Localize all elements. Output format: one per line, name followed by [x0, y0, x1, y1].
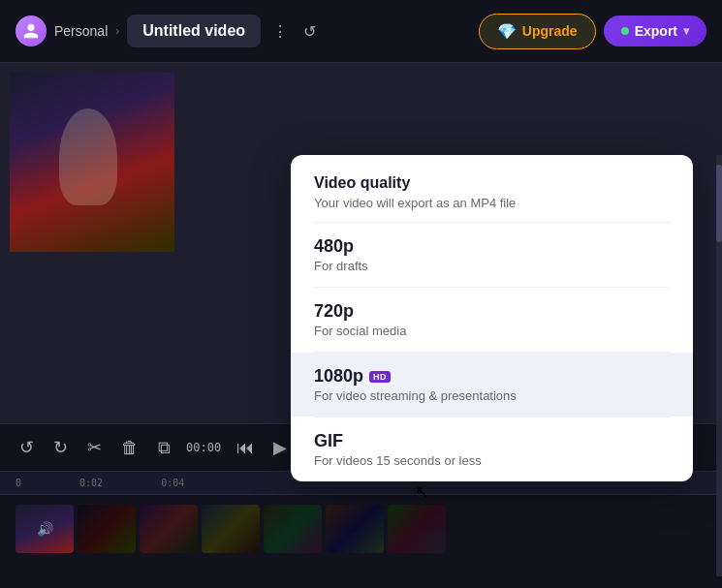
quality-label-480p: 480p [314, 236, 354, 257]
more-icon[interactable]: ⋮ [268, 18, 292, 45]
timeline: 0 0:02 0:04 [0, 472, 722, 588]
quality-option-gif[interactable]: GIF For videos 15 seconds or less [291, 418, 693, 481]
header-undo-icon[interactable]: ↺ [299, 18, 320, 45]
upgrade-label: Upgrade [522, 23, 578, 39]
main-area: ↺ ↻ ✂ 🗑 ⧉ 00:00 ⏮ ▶ 0 0:02 0:04 [0, 63, 722, 588]
quality-option-480p[interactable]: 480p For drafts [291, 223, 693, 287]
timeline-thumb-5 [326, 505, 384, 553]
dropdown-header: Video quality Your video will export as … [291, 155, 693, 222]
video-title: Untitled video [142, 22, 245, 40]
timeline-track[interactable] [0, 495, 722, 563]
scrollbar-track[interactable] [716, 155, 722, 576]
quality-desc-720p: For social media [314, 324, 670, 338]
ruler-mark-2: 0:02 [79, 478, 103, 488]
quality-dropdown: Video quality Your video will export as … [291, 155, 693, 481]
timeline-thumb-2 [140, 505, 198, 553]
redo-button[interactable]: ↻ [49, 433, 72, 462]
time-display: 00:00 [186, 441, 221, 454]
skip-back-button[interactable]: ⏮ [233, 434, 258, 462]
dropdown-title: Video quality [314, 174, 670, 192]
export-button[interactable]: Export ▾ [604, 15, 706, 46]
canvas-area: ↺ ↻ ✂ 🗑 ⧉ 00:00 ⏮ ▶ 0 0:02 0:04 [0, 63, 722, 588]
dropdown-subtitle: Your video will export as an MP4 file [314, 196, 670, 210]
timeline-thumb-6 [388, 505, 446, 553]
video-preview-image [10, 73, 174, 252]
ruler-mark-4: 0:04 [161, 478, 184, 488]
quality-label-gif: GIF [314, 431, 343, 451]
breadcrumb-arrow: › [115, 24, 119, 38]
play-button[interactable]: ▶ [269, 433, 291, 462]
quality-label-1080p: 1080p [314, 366, 363, 387]
undo-button[interactable]: ↺ [16, 433, 38, 462]
title-button[interactable]: Untitled video [127, 15, 261, 47]
timeline-thumb-4 [264, 505, 322, 553]
video-preview [10, 73, 174, 252]
quality-option-1080p[interactable]: 1080p HD For video streaming & presentat… [291, 353, 693, 417]
personal-button[interactable]: Personal [16, 15, 108, 46]
timeline-thumb-1 [78, 505, 136, 553]
copy-button[interactable]: ⧉ [154, 434, 174, 462]
delete-button[interactable]: 🗑 [117, 434, 142, 462]
quality-label-720p: 720p [314, 301, 354, 322]
quality-desc-1080p: For video streaming & presentations [314, 388, 670, 403]
diamond-icon: 💎 [497, 22, 517, 41]
cut-button[interactable]: ✂ [83, 433, 106, 462]
export-chevron-icon: ▾ [683, 24, 689, 38]
header: Personal › Untitled video ⋮ ↺ 💎 Upgrade … [0, 0, 722, 63]
avatar [16, 15, 47, 46]
timeline-thumb-0 [16, 505, 74, 553]
quality-desc-gif: For videos 15 seconds or less [314, 453, 670, 468]
scrollbar-thumb[interactable] [716, 165, 722, 242]
upgrade-button[interactable]: 💎 Upgrade [479, 14, 596, 49]
export-label: Export [635, 23, 677, 39]
ruler-mark-0: 0 [16, 478, 21, 488]
hd-badge: HD [369, 371, 391, 383]
quality-desc-480p: For drafts [314, 259, 670, 273]
export-dot [621, 27, 629, 35]
timeline-thumb-3 [202, 505, 260, 553]
quality-option-720p[interactable]: 720p For social media [291, 288, 693, 352]
personal-label: Personal [54, 23, 108, 39]
